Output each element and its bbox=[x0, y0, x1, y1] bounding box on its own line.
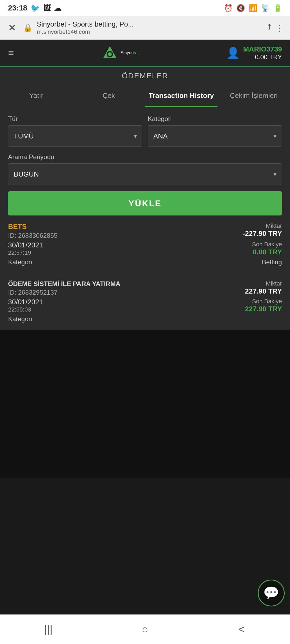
empty-content-area bbox=[0, 330, 290, 478]
nav-back-button[interactable]: < bbox=[231, 623, 252, 635]
tx-category-row: Kategori bbox=[8, 315, 282, 323]
signal-icon: 📡 bbox=[261, 4, 270, 12]
kategori-group: Kategori ANA Betting Casino ▾ bbox=[148, 115, 282, 147]
browser-url: m.sinyorbet146.com bbox=[37, 28, 260, 35]
tx-category-label: Kategori bbox=[8, 258, 32, 266]
filters-area: Tür TÜMÜ Yatırma Çekme ▾ Kategori ANA Be… bbox=[0, 107, 290, 215]
tx-amount: -227.90 TRY bbox=[243, 229, 282, 238]
tx-right: Miktar 227.90 TRY bbox=[245, 280, 282, 295]
user-balance: 0.00 TRY bbox=[243, 53, 282, 61]
svg-point-2 bbox=[108, 52, 112, 56]
user-name: MARİO3739 bbox=[243, 45, 282, 53]
tx-row-type-amount: BETS ID: 26833062855 Miktar -227.90 TRY bbox=[8, 222, 282, 239]
tx-id: ID: 26833062855 bbox=[8, 232, 57, 239]
status-bar: 23:18 🐦 🖼 ☁ ⏰ 🔇 📶 📡 🔋 bbox=[0, 0, 290, 16]
tx-date-area: 30/01/2021 22:57:19 bbox=[8, 241, 43, 256]
arama-group: Arama Periyodu BUGÜN Son 7 Gün Son 30 Gü… bbox=[8, 153, 282, 185]
tx-amount-label: Miktar bbox=[245, 280, 282, 287]
tur-group: Tür TÜMÜ Yatırma Çekme ▾ bbox=[8, 115, 142, 147]
bottom-navigation: ||| ○ < bbox=[0, 614, 290, 644]
user-avatar-icon: 👤 bbox=[226, 47, 240, 59]
tx-balance: 227.90 TRY bbox=[245, 305, 282, 313]
tx-time: 22:57:19 bbox=[8, 249, 43, 256]
browser-share-button[interactable]: ⤴ bbox=[267, 23, 271, 33]
logo-icon bbox=[102, 45, 118, 61]
status-right: ⏰ 🔇 📶 📡 🔋 bbox=[224, 4, 282, 12]
tab-cekim-islemleri[interactable]: Çekim İşlemleri bbox=[218, 85, 290, 107]
tx-category-label: Kategori bbox=[8, 315, 32, 323]
image-icon: 🖼 bbox=[43, 4, 51, 13]
tx-category-value: Betting bbox=[262, 258, 282, 266]
tx-type: BETS bbox=[8, 222, 57, 231]
tab-cek[interactable]: Çek bbox=[73, 85, 145, 107]
nav-menu-button[interactable]: ||| bbox=[38, 623, 59, 635]
chat-icon: 💬 bbox=[263, 586, 279, 601]
payments-title: ÖDEMELER bbox=[122, 72, 168, 80]
transactions-list: BETS ID: 26833062855 Miktar -227.90 TRY … bbox=[0, 215, 290, 330]
logo-sinyor: Sinyor bbox=[121, 50, 133, 55]
tx-amount: 227.90 TRY bbox=[245, 287, 282, 295]
lock-icon: 🔒 bbox=[23, 23, 32, 32]
kategori-select-wrapper: ANA Betting Casino ▾ bbox=[148, 125, 282, 147]
wifi-icon: 📶 bbox=[249, 4, 257, 12]
tx-category-row: Kategori Betting bbox=[8, 258, 282, 266]
kategori-select[interactable]: ANA Betting Casino bbox=[148, 125, 282, 147]
tx-row-type-amount: ÖDEME SİSTEMİ İLE PARA YATIRMA ID: 26832… bbox=[8, 280, 282, 296]
tabs: Yatır Çek Transaction History Çekim İşle… bbox=[0, 85, 290, 107]
browser-url-area: Sinyorbet - Sports betting, Po... m.siny… bbox=[37, 20, 260, 35]
chat-fab-button[interactable]: 💬 bbox=[258, 580, 285, 606]
nav-home-button[interactable]: ○ bbox=[134, 623, 156, 635]
app-header: ≡ Sinyorbet 👤 MARİO3739 0.00 TRY bbox=[0, 40, 290, 67]
arama-select[interactable]: BUGÜN Son 7 Gün Son 30 Gün bbox=[8, 163, 282, 185]
hamburger-menu-button[interactable]: ≡ bbox=[8, 47, 14, 59]
yukle-button[interactable]: YÜKLE bbox=[8, 191, 282, 215]
tx-row-date-balance: 30/01/2021 22:57:19 Son Bakiye 0.00 TRY bbox=[8, 241, 282, 256]
browser-close-button[interactable]: ✕ bbox=[5, 22, 19, 34]
cloud-icon: ☁ bbox=[54, 4, 61, 13]
user-info: MARİO3739 0.00 TRY bbox=[243, 45, 282, 61]
tur-select-wrapper: TÜMÜ Yatırma Çekme ▾ bbox=[8, 125, 142, 147]
mute-icon: 🔇 bbox=[236, 4, 245, 12]
tx-date: 30/01/2021 bbox=[8, 298, 43, 306]
logo-area: Sinyorbet bbox=[102, 45, 139, 61]
table-row: BETS ID: 26833062855 Miktar -227.90 TRY … bbox=[0, 215, 290, 273]
tx-balance-area: Son Bakiye 227.90 TRY bbox=[245, 298, 282, 313]
tx-date-area: 30/01/2021 22:55:03 bbox=[8, 298, 43, 313]
tx-balance-area: Son Bakiye 0.00 TRY bbox=[252, 241, 282, 256]
tab-transaction-history[interactable]: Transaction History bbox=[145, 85, 218, 107]
twitter-icon: 🐦 bbox=[31, 4, 40, 13]
tx-left: ÖDEME SİSTEMİ İLE PARA YATIRMA ID: 26832… bbox=[8, 280, 120, 296]
user-area: 👤 MARİO3739 0.00 TRY bbox=[226, 45, 282, 61]
browser-title: Sinyorbet - Sports betting, Po... bbox=[37, 20, 260, 28]
tx-time: 22:55:03 bbox=[8, 306, 43, 313]
arama-label: Arama Periyodu bbox=[8, 153, 282, 161]
browser-bar: ✕ 🔒 Sinyorbet - Sports betting, Po... m.… bbox=[0, 16, 290, 40]
payments-header: ÖDEMELER bbox=[0, 67, 290, 85]
tx-balance-label: Son Bakiye bbox=[252, 241, 282, 248]
tx-amount-label: Miktar bbox=[243, 222, 282, 229]
status-left: 23:18 🐦 🖼 ☁ bbox=[8, 4, 61, 13]
battery-icon: 🔋 bbox=[273, 4, 282, 12]
tx-balance: 0.00 TRY bbox=[252, 248, 282, 256]
table-row: ÖDEME SİSTEMİ İLE PARA YATIRMA ID: 26832… bbox=[0, 273, 290, 330]
tx-row-date-balance: 30/01/2021 22:55:03 Son Bakiye 227.90 TR… bbox=[8, 298, 282, 313]
tx-type: ÖDEME SİSTEMİ İLE PARA YATIRMA bbox=[8, 280, 120, 288]
logo-bet: bet bbox=[133, 50, 139, 55]
tx-id: ID: 26832952137 bbox=[8, 289, 120, 296]
kategori-label: Kategori bbox=[148, 115, 282, 123]
time: 23:18 bbox=[8, 4, 27, 12]
arama-select-wrapper: BUGÜN Son 7 Gün Son 30 Gün ▾ bbox=[8, 163, 282, 185]
alarm-icon: ⏰ bbox=[224, 4, 233, 12]
tx-right: Miktar -227.90 TRY bbox=[243, 222, 282, 238]
tx-left: BETS ID: 26833062855 bbox=[8, 222, 57, 239]
tur-select[interactable]: TÜMÜ Yatırma Çekme bbox=[8, 125, 142, 147]
tur-label: Tür bbox=[8, 115, 142, 123]
browser-menu-button[interactable]: ⋮ bbox=[276, 23, 285, 33]
tx-balance-label: Son Bakiye bbox=[245, 298, 282, 305]
filter-row-1: Tür TÜMÜ Yatırma Çekme ▾ Kategori ANA Be… bbox=[8, 115, 282, 147]
tx-date: 30/01/2021 bbox=[8, 241, 43, 249]
logo-text: Sinyorbet bbox=[121, 50, 139, 55]
tab-yatir[interactable]: Yatır bbox=[0, 85, 73, 107]
